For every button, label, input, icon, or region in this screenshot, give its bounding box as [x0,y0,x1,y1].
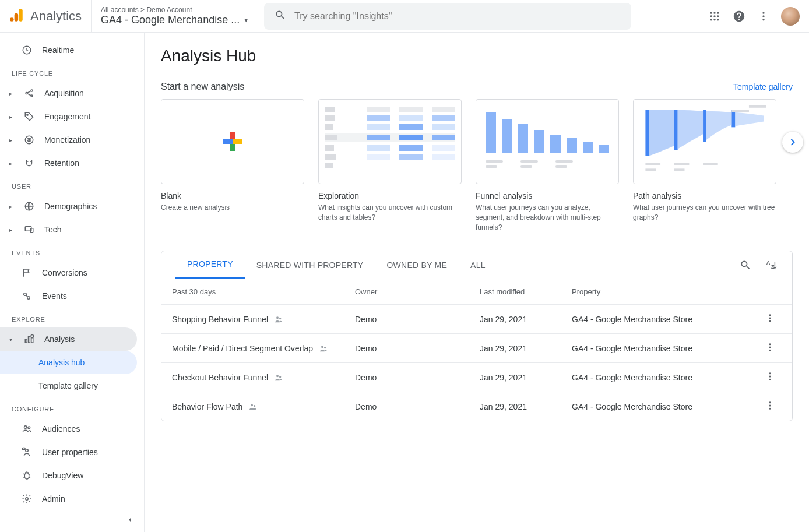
tab-all[interactable]: ALL [459,251,497,279]
template-list: Blank Create a new analysis [161,99,793,232]
svg-point-14 [762,19,764,20]
gear-icon [21,493,33,505]
section-explore: EXPLORE [0,308,144,327]
svg-point-34 [24,473,29,480]
table-row[interactable]: Shopping Behavior FunnelDemoJan 29, 2021… [161,304,792,333]
scroll-right-button[interactable] [782,132,803,153]
dropdown-icon: ▼ [243,17,249,23]
svg-point-57 [769,347,771,348]
analysis-name: Mobile / Paid / Direct Segment Overlap [172,344,313,353]
template-blank[interactable]: Blank Create a new analysis [161,99,304,232]
tab-property[interactable]: PROPERTY [175,251,245,279]
sidebar-item-debugview[interactable]: DebugView [0,464,144,487]
analysis-modified: Jan 29, 2021 [480,315,572,324]
svg-rect-42 [674,163,690,165]
sidebar-item-retention[interactable]: ▸ Retention [0,152,144,175]
row-more-icon[interactable] [758,400,782,413]
globe-icon [23,200,35,212]
expand-icon: ▾ [7,336,14,343]
search-box[interactable] [264,3,631,30]
tab-shared[interactable]: SHARED WITH PROPERTY [245,251,375,279]
more-vert-icon[interactable] [757,9,771,23]
table-search-icon[interactable] [738,258,752,272]
sidebar-item-label: User properties [42,448,98,457]
sidebar-item-label: DebugView [42,471,83,480]
svg-point-9 [710,19,712,20]
svg-point-19 [27,114,28,115]
template-thumb [633,99,776,184]
table-header-row: Past 30 days Owner Last modified Propert… [161,279,792,304]
svg-point-62 [769,376,771,378]
template-funnel[interactable]: Funnel analysis What user journeys can y… [476,99,619,232]
sidebar-item-events[interactable]: Events [0,284,144,308]
audiences-icon [21,423,33,435]
svg-point-3 [710,12,712,13]
sidebar-item-user-properties[interactable]: User properties [0,441,144,464]
section-life-cycle: LIFE CYCLE [0,62,144,82]
sidebar-item-label: Demographics [44,202,97,211]
user-avatar[interactable] [781,7,800,26]
sidebar-item-engagement[interactable]: ▸ Engagement [0,105,144,128]
share-icon [23,87,35,99]
template-desc: What insights can you uncover with custo… [318,203,462,223]
table-row[interactable]: Mobile / Paid / Direct Segment OverlapDe… [161,333,792,362]
app-logo[interactable]: Analytics [9,0,92,33]
template-gallery-link[interactable]: Template gallery [733,82,793,91]
sort-az-icon[interactable]: AZ [764,258,778,272]
search-input[interactable] [294,11,621,22]
svg-point-6 [710,15,712,17]
svg-point-54 [321,346,323,348]
svg-point-32 [26,449,29,452]
sidebar-item-tech[interactable]: ▸ Tech [0,218,144,241]
sidebar-item-acquisition[interactable]: ▸ Acquisition [0,82,144,105]
sidebar-item-audiences[interactable]: Audiences [0,417,144,441]
dollar-icon [23,134,35,146]
sidebar-item-realtime[interactable]: Realtime [0,38,144,62]
svg-rect-39 [731,110,735,128]
template-path[interactable]: Path analysis What user journeys can you… [633,99,776,232]
sidebar-item-demographics[interactable]: ▸ Demographics [0,195,144,218]
help-icon[interactable] [732,9,746,23]
table-row[interactable]: Checkout Behavior FunnelDemoJan 29, 2021… [161,362,792,392]
collapse-sidebar-icon[interactable] [125,515,135,526]
start-new-label: Start a new analysis [161,82,244,92]
breadcrumb: All accounts > Demo Account [101,6,249,14]
sidebar-item-conversions[interactable]: Conversions [0,261,144,284]
template-thumb [318,99,462,184]
svg-rect-41 [645,168,656,171]
svg-point-13 [762,15,764,17]
apps-icon[interactable] [708,9,722,23]
analysis-owner: Demo [355,373,480,382]
row-more-icon[interactable] [758,342,782,354]
sidebar-item-label: Engagement [44,112,90,121]
magnet-icon [23,157,35,169]
svg-rect-0 [19,9,23,22]
app-name: Analytics [30,9,82,24]
sidebar-item-analysis[interactable]: ▾ Analysis [0,327,137,351]
app-header: Analytics All accounts > Demo Account GA… [0,0,809,33]
row-more-icon[interactable] [758,371,782,383]
svg-point-18 [31,95,33,97]
sidebar-item-analysis-hub[interactable]: Analysis hub [0,351,137,374]
svg-rect-38 [703,110,706,142]
row-more-icon[interactable] [758,313,782,325]
svg-rect-44 [703,163,718,165]
devices-icon [23,224,35,235]
account-selector[interactable]: All accounts > Demo Account GA4 - Google… [92,3,258,29]
svg-text:A: A [766,260,771,266]
sidebar-item-monetization[interactable]: ▸ Monetization [0,128,144,152]
template-desc: What user journeys can you uncover with … [633,203,776,223]
svg-point-30 [24,426,27,429]
svg-point-56 [769,344,771,346]
svg-point-5 [717,12,719,13]
sidebar-item-template-gallery[interactable]: Template gallery [0,374,144,397]
sidebar-item-label: Analysis [44,334,75,344]
template-exploration[interactable]: Exploration What insights can you uncove… [318,99,462,232]
sidebar-item-label: Retention [44,158,79,168]
shared-icon [248,402,258,411]
property-name: GA4 - Google Merchandise ... [101,14,240,26]
svg-point-68 [769,408,771,410]
table-row[interactable]: Behavior Flow PathDemoJan 29, 2021GA4 - … [161,392,792,421]
sidebar-item-admin[interactable]: Admin [0,487,144,510]
tab-owned[interactable]: OWNED BY ME [375,251,459,279]
